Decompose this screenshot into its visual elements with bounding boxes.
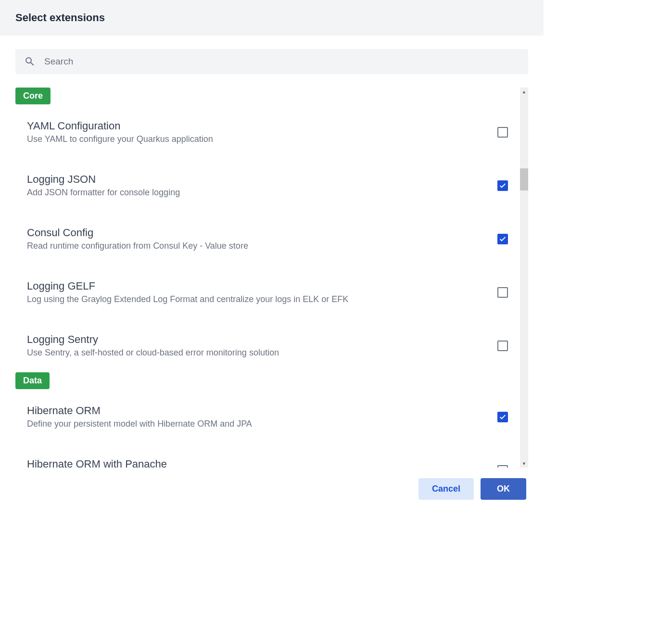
extension-checkbox[interactable] xyxy=(497,127,508,138)
extension-description: Add JSON formatter for console logging xyxy=(27,188,488,198)
extension-description: Read runtime configuration from Consul K… xyxy=(27,241,488,251)
extension-checkbox[interactable] xyxy=(497,341,508,351)
extension-title: Consul Config xyxy=(27,227,488,239)
scroll-area: CoreYAML ConfigurationUse YAML to config… xyxy=(15,88,528,468)
category-badge: Core xyxy=(15,88,51,104)
scrollbar-thumb[interactable] xyxy=(520,168,528,190)
extension-text: Logging SentryUse Sentry, a self-hosted … xyxy=(27,333,488,358)
extension-row[interactable]: Logging JSONAdd JSON formatter for conso… xyxy=(15,159,525,212)
select-extensions-dialog: Select extensions CoreYAML Configuration… xyxy=(0,0,544,512)
extension-text: Logging JSONAdd JSON formatter for conso… xyxy=(27,173,488,198)
dialog-content: CoreYAML ConfigurationUse YAML to config… xyxy=(0,36,544,468)
extension-description: Define your persistent model with Hibern… xyxy=(27,419,488,429)
scrollbar[interactable]: ▲ ▼ xyxy=(520,88,528,468)
dialog-header: Select extensions xyxy=(0,0,544,36)
extension-title: Logging GELF xyxy=(27,280,488,292)
scrollbar-down-arrow[interactable]: ▼ xyxy=(520,459,528,468)
extension-text: Consul ConfigRead runtime configuration … xyxy=(27,227,488,251)
search-bar[interactable] xyxy=(15,49,528,74)
ok-button[interactable]: OK xyxy=(481,478,526,500)
extension-description: Use YAML to configure your Quarkus appli… xyxy=(27,134,488,144)
extension-list[interactable]: CoreYAML ConfigurationUse YAML to config… xyxy=(15,88,528,468)
extension-text: YAML ConfigurationUse YAML to configure … xyxy=(27,120,488,144)
extension-title: Logging JSON xyxy=(27,173,488,186)
category-badge: Data xyxy=(15,372,50,389)
extension-row[interactable]: YAML ConfigurationUse YAML to configure … xyxy=(15,105,525,159)
scrollbar-up-arrow[interactable]: ▲ xyxy=(520,88,528,96)
extension-row[interactable]: Consul ConfigRead runtime configuration … xyxy=(15,212,525,266)
extension-text: Logging GELFLog using the Graylog Extend… xyxy=(27,280,488,304)
extension-checkbox[interactable] xyxy=(497,465,508,468)
search-input[interactable] xyxy=(44,56,520,67)
extension-description: Use Sentry, a self-hosted or cloud-based… xyxy=(27,348,488,358)
extension-title: Hibernate ORM with Panache xyxy=(27,458,488,468)
dialog-footer: Cancel OK xyxy=(0,468,544,512)
extension-checkbox[interactable] xyxy=(497,180,508,191)
dialog-title: Select extensions xyxy=(15,12,528,24)
extension-row[interactable]: Logging SentryUse Sentry, a self-hosted … xyxy=(15,319,525,372)
extension-checkbox[interactable] xyxy=(497,412,508,422)
extension-title: Logging Sentry xyxy=(27,333,488,346)
extension-text: Hibernate ORM with PanacheSimplify your … xyxy=(27,458,488,468)
extension-checkbox[interactable] xyxy=(497,287,508,298)
extension-checkbox[interactable] xyxy=(497,234,508,244)
extension-description: Log using the Graylog Extended Log Forma… xyxy=(27,294,488,304)
extension-row[interactable]: Hibernate ORMDefine your persistent mode… xyxy=(15,390,525,443)
extension-title: Hibernate ORM xyxy=(27,405,488,417)
cancel-button[interactable]: Cancel xyxy=(418,478,474,500)
search-icon xyxy=(24,56,36,67)
extension-row[interactable]: Hibernate ORM with PanacheSimplify your … xyxy=(15,443,525,468)
extension-row[interactable]: Logging GELFLog using the Graylog Extend… xyxy=(15,266,525,319)
extension-title: YAML Configuration xyxy=(27,120,488,132)
scrollbar-track[interactable] xyxy=(520,96,528,459)
extension-text: Hibernate ORMDefine your persistent mode… xyxy=(27,405,488,429)
